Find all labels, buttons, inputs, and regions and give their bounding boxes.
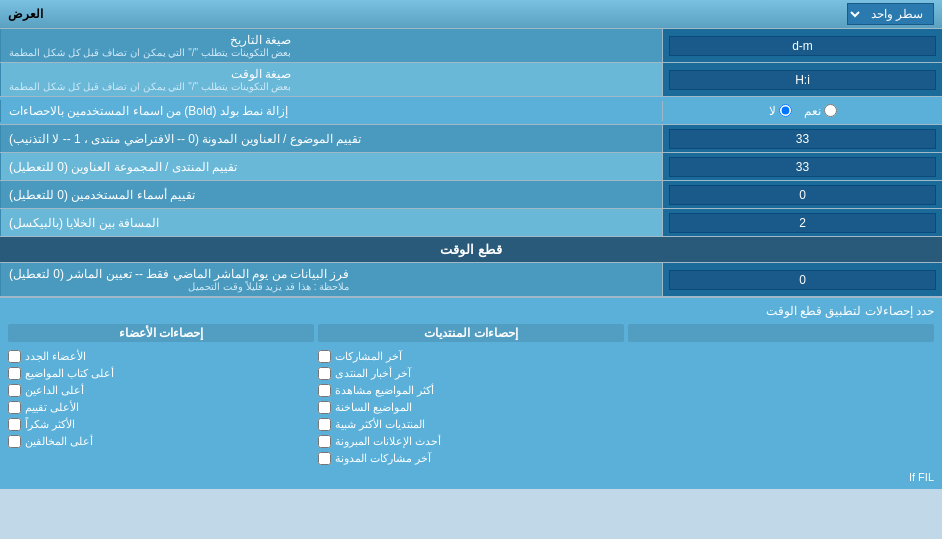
cell-spacing-label: المسافة بين الخلايا (بالبيكسل) xyxy=(0,209,662,236)
checkboxes-grid: إحصاءات المنتديات آخر المشاركات آخر أخبا… xyxy=(8,324,934,465)
bottom-note: If FIL xyxy=(8,471,934,483)
bold-no-radio[interactable] xyxy=(779,104,792,117)
cutoff-section-header: قطع الوقت xyxy=(0,237,942,263)
topic-order-input[interactable] xyxy=(669,129,936,149)
cb-forum-news[interactable]: آخر أخبار المنتدى xyxy=(318,367,624,380)
forum-order-input-area[interactable] xyxy=(662,153,942,180)
user-order-label: تقييم أسماء المستخدمين (0 للتعطيل) xyxy=(0,181,662,208)
checkboxes-col-2: إحصاءات المنتديات آخر المشاركات آخر أخبا… xyxy=(318,324,624,465)
date-format-label: صيغة التاريخ بعض التكوينات يتطلب "/" الت… xyxy=(0,29,662,62)
cb-posts-check[interactable] xyxy=(318,350,331,363)
cb-top-forums[interactable]: المنتديات الأكثر شبية xyxy=(318,418,624,431)
cb-hot-topics-check[interactable] xyxy=(318,401,331,414)
forum-order-row: تقييم المنتدى / المجموعة العناوين (0 للت… xyxy=(0,153,942,181)
time-format-row: صيغة الوقت بعض التكوينات يتطلب "/" التي … xyxy=(0,63,942,97)
checkboxes-col-1: إحصاءات الأعضاء الأعضاء الجدد أعلى كتاب … xyxy=(8,324,314,465)
cb-top-violators-check[interactable] xyxy=(8,435,21,448)
display-selector[interactable]: سطر واحد سطرين ثلاثة أسطر xyxy=(847,3,934,25)
topic-order-row: تقييم الموضوع / العناوين المدونة (0 -- ا… xyxy=(0,125,942,153)
cutoff-input[interactable] xyxy=(669,270,936,290)
cutoff-input-area[interactable] xyxy=(662,263,942,296)
cb-most-viewed-check[interactable] xyxy=(318,384,331,397)
bottom-section: حدد إحصاءلات لتطبيق قطع الوقت إحصاءات ال… xyxy=(0,297,942,489)
stats-cutoff-label: حدد إحصاءلات لتطبيق قطع الوقت xyxy=(8,304,934,318)
bold-yes-radio[interactable] xyxy=(824,104,837,117)
user-order-input[interactable] xyxy=(669,185,936,205)
cutoff-label: فرز البيانات من يوم الماشر الماضي فقط --… xyxy=(0,263,662,296)
cb-announcements-check[interactable] xyxy=(318,435,331,448)
bold-removal-label: إزالة نمط بولد (Bold) من اسماء المستخدمي… xyxy=(0,100,662,122)
cutoff-row: فرز البيانات من يوم الماشر الماضي فقط --… xyxy=(0,263,942,297)
cb-top-rated-check[interactable] xyxy=(8,401,21,414)
cb-forum-news-check[interactable] xyxy=(318,367,331,380)
cb-top-violators[interactable]: أعلى المخالفين xyxy=(8,435,314,448)
header-right-label: العرض xyxy=(8,7,43,21)
forum-order-input[interactable] xyxy=(669,157,936,177)
date-format-row: صيغة التاريخ بعض التكوينات يتطلب "/" الت… xyxy=(0,29,942,63)
col1-header: إحصاءات الأعضاء xyxy=(8,324,314,342)
main-container: سطر واحد سطرين ثلاثة أسطر العرض صيغة الت… xyxy=(0,0,942,489)
checkboxes-col-3 xyxy=(628,324,934,465)
time-format-input-area[interactable] xyxy=(662,63,942,96)
cb-top-inviters-check[interactable] xyxy=(8,384,21,397)
forum-order-label: تقييم المنتدى / المجموعة العناوين (0 للت… xyxy=(0,153,662,180)
user-order-input-area[interactable] xyxy=(662,181,942,208)
cb-most-viewed[interactable]: أكثر المواضيع مشاهدة xyxy=(318,384,624,397)
date-format-input-area[interactable] xyxy=(662,29,942,62)
cb-top-writers[interactable]: أعلى كتاب المواضيع xyxy=(8,367,314,380)
cb-top-writers-check[interactable] xyxy=(8,367,21,380)
user-order-row: تقييم أسماء المستخدمين (0 للتعطيل) xyxy=(0,181,942,209)
cb-hot-topics[interactable]: المواضيع الساخنة xyxy=(318,401,624,414)
col2-header: إحصاءات المنتديات xyxy=(318,324,624,342)
cb-most-thanked[interactable]: الأكثر شكراً xyxy=(8,418,314,431)
cb-blog-posts[interactable]: آخر مشاركات المدونة xyxy=(318,452,624,465)
bold-radio-options[interactable]: نعم لا xyxy=(662,101,942,121)
cb-announcements[interactable]: أحدث الإعلانات المبرونة xyxy=(318,435,624,448)
date-format-input[interactable] xyxy=(669,36,936,56)
time-format-input[interactable] xyxy=(669,70,936,90)
cb-blog-posts-check[interactable] xyxy=(318,452,331,465)
display-select[interactable]: سطر واحد سطرين ثلاثة أسطر xyxy=(847,3,934,25)
cell-spacing-input-area[interactable] xyxy=(662,209,942,236)
cell-spacing-row: المسافة بين الخلايا (بالبيكسل) xyxy=(0,209,942,237)
cb-new-members-check[interactable] xyxy=(8,350,21,363)
bold-no-label[interactable]: لا xyxy=(769,104,792,118)
bottom-title-row: حدد إحصاءلات لتطبيق قطع الوقت xyxy=(8,304,934,318)
topic-order-label: تقييم الموضوع / العناوين المدونة (0 -- ا… xyxy=(0,125,662,152)
cell-spacing-input[interactable] xyxy=(669,213,936,233)
bold-yes-label[interactable]: نعم xyxy=(804,104,837,118)
cb-top-rated[interactable]: الأعلى تقييم xyxy=(8,401,314,414)
cb-new-members[interactable]: الأعضاء الجدد xyxy=(8,350,314,363)
cb-posts[interactable]: آخر المشاركات xyxy=(318,350,624,363)
col3-header xyxy=(628,324,934,342)
cb-top-inviters[interactable]: أعلى الداعين xyxy=(8,384,314,397)
top-header: سطر واحد سطرين ثلاثة أسطر العرض xyxy=(0,0,942,29)
topic-order-input-area[interactable] xyxy=(662,125,942,152)
bold-removal-row: نعم لا إزالة نمط بولد (Bold) من اسماء ال… xyxy=(0,97,942,125)
time-format-label: صيغة الوقت بعض التكوينات يتطلب "/" التي … xyxy=(0,63,662,96)
cb-top-forums-check[interactable] xyxy=(318,418,331,431)
cb-most-thanked-check[interactable] xyxy=(8,418,21,431)
